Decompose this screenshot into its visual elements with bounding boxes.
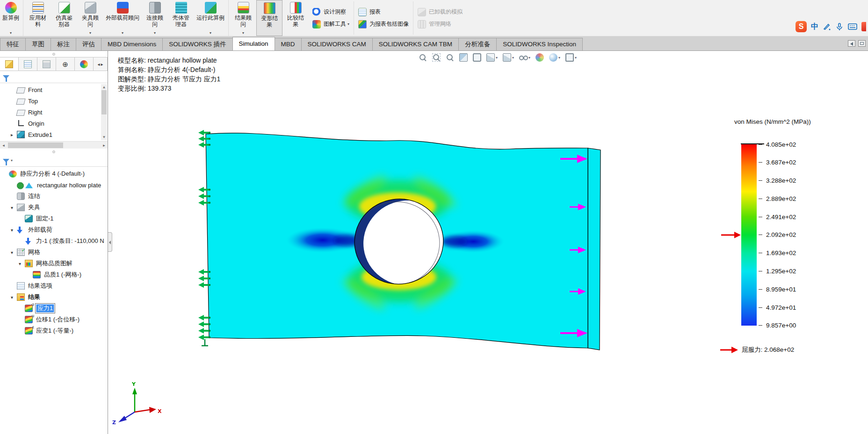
filter-caret-icon[interactable]: ▾ <box>11 158 13 163</box>
heads-up-button[interactable] <box>459 53 468 62</box>
ribbon-tab[interactable]: MBD <box>275 38 302 50</box>
scroll-left-icon[interactable]: ◂ <box>0 143 7 148</box>
ribbon-tab[interactable]: 特征 <box>0 38 26 50</box>
dropdown-caret-icon[interactable]: ▾ <box>558 56 560 60</box>
ribbon-tab[interactable]: MBD Dimensions <box>101 38 163 50</box>
tree-item[interactable]: 位移1 (-合位移-) <box>0 314 108 325</box>
pin-commandmanager-icon[interactable] <box>858 40 866 47</box>
heads-up-button[interactable]: ▾ <box>503 53 514 62</box>
ribbon-row-button[interactable]: 报表 <box>358 8 409 16</box>
scroll-down-icon[interactable]: ▼ <box>101 134 107 140</box>
ribbon-row-button[interactable]: 设计洞察 <box>312 8 349 16</box>
dropdown-caret-icon[interactable]: ▾ <box>122 31 123 36</box>
tree-item[interactable]: Right <box>0 107 108 118</box>
ime-mic-icon[interactable] <box>835 22 844 31</box>
scroll-left-icon[interactable]: ◂ <box>97 62 100 67</box>
tray-partial-icon[interactable] <box>861 22 866 31</box>
tree-expand-icon[interactable]: ▾ <box>11 205 17 210</box>
ribbon-button[interactable]: 应用材料 <box>25 0 51 36</box>
ribbon-button[interactable]: 壳体管理器 <box>168 0 194 36</box>
ribbon-tab[interactable]: SOLIDWORKS Inspection <box>496 38 583 50</box>
heads-up-button[interactable]: ▾ <box>519 53 530 62</box>
tree-item[interactable]: 品质1 (-网格-) <box>0 269 108 280</box>
graphics-viewport[interactable]: 模型名称: rectangular hollow plate算例名称: 静应力分… <box>108 51 868 434</box>
scrollbar-thumb[interactable] <box>8 142 63 148</box>
tree-expand-icon[interactable]: ▾ <box>11 228 17 233</box>
dropdown-caret-icon[interactable]: ▾ <box>154 31 156 36</box>
ime-language-toggle[interactable]: 中 <box>811 22 818 32</box>
heads-up-button[interactable]: ▾ <box>549 53 560 62</box>
dropdown-caret-icon[interactable]: ▾ <box>575 56 577 60</box>
tree-item[interactable]: 应力1 <box>0 303 108 314</box>
ribbon-row-button[interactable]: 为报表包括图像 <box>358 20 409 28</box>
heads-up-button[interactable] <box>535 53 544 62</box>
panel-splitter[interactable] <box>0 149 108 155</box>
ribbon-tab[interactable]: Simulation <box>232 37 275 50</box>
ribbon-button[interactable]: 外部载荷顾问 ▾ <box>103 0 142 36</box>
scroll-up-icon[interactable]: ▲ <box>101 84 107 90</box>
tree-item[interactable]: Front <box>0 84 108 95</box>
filter-funnel-icon[interactable] <box>3 75 9 79</box>
dropdown-caret-icon[interactable]: ▾ <box>10 31 12 36</box>
collapse-commandmanager-icon[interactable] <box>848 40 855 47</box>
ribbon-tab[interactable]: SOLIDWORKS CAM TBM <box>372 38 459 50</box>
tree-item[interactable]: 应变1 (-等量-) <box>0 325 108 336</box>
ribbon-button[interactable]: 新算例 ▾ <box>0 0 23 36</box>
tree-item[interactable]: 连结 <box>0 191 108 202</box>
heads-up-button[interactable] <box>473 53 481 62</box>
ribbon-tab[interactable]: SOLIDWORKS CAM <box>301 38 373 50</box>
tree-item[interactable]: ▾ 网格 <box>0 247 108 258</box>
scroll-right-icon[interactable]: ▸ <box>101 62 103 67</box>
feature-tree-hscrollbar[interactable]: ◂ ▸ <box>0 141 108 149</box>
legend-color-bar[interactable] <box>741 144 757 326</box>
tab-property-manager[interactable] <box>19 57 37 71</box>
tree-item[interactable]: Origin <box>0 118 108 129</box>
tree-expand-icon[interactable]: ▸ <box>11 132 17 137</box>
dropdown-caret-icon[interactable]: ▾ <box>242 31 244 36</box>
tree-expand-icon[interactable]: ▾ <box>11 250 17 255</box>
ribbon-tab[interactable]: 评估 <box>76 38 101 50</box>
ribbon-button[interactable]: 夹具顾问 ▾ <box>77 0 103 36</box>
ribbon-button[interactable]: 连接顾问 ▾ <box>142 0 168 36</box>
tree-item[interactable]: ▾ 结果 <box>0 292 108 303</box>
tree-item[interactable]: ▾ 夹具 <box>0 202 108 213</box>
ribbon-tab[interactable]: SOLIDWORKS 插件 <box>162 38 232 50</box>
ime-logo-icon[interactable]: S <box>796 21 807 32</box>
tree-expand-icon[interactable]: ▾ <box>19 261 25 266</box>
ribbon-tab[interactable]: 草图 <box>25 38 51 50</box>
tree-item[interactable]: 结果选项 <box>0 280 108 292</box>
heads-up-button[interactable] <box>446 53 454 62</box>
tree-item[interactable]: ▾ 网格品质图解 <box>0 258 108 269</box>
tree-expand-icon[interactable]: ▾ <box>11 295 17 300</box>
ribbon-tab[interactable]: 标注 <box>51 38 76 50</box>
feature-tree-vscrollbar[interactable]: ▲ ▼ <box>101 84 107 140</box>
ribbon-tab[interactable]: 分析准备 <box>458 38 497 50</box>
panel-splitter[interactable] <box>0 51 108 57</box>
ime-pen-icon[interactable] <box>823 22 831 31</box>
dropdown-caret-icon[interactable]: ▾ <box>210 31 211 36</box>
tree-item[interactable]: ▸ Extrude1 <box>0 129 108 140</box>
tab-display-manager[interactable] <box>75 57 94 71</box>
scrollbar-thumb[interactable] <box>101 90 107 114</box>
filter-funnel-icon[interactable] <box>3 159 9 163</box>
tree-item[interactable]: 力-1 (:按条目: -110,000 N <box>0 235 108 247</box>
ribbon-button[interactable]: 变形结果 <box>256 0 282 36</box>
tree-item[interactable]: 固定-1 <box>0 213 108 224</box>
ribbon-button[interactable]: 比较结果 <box>282 0 309 36</box>
dropdown-caret-icon[interactable]: ▾ <box>496 56 498 60</box>
ribbon-row-button[interactable]: 图解工具 ▾ <box>312 20 349 28</box>
dropdown-caret-icon[interactable]: ▾ <box>528 56 530 60</box>
tree-item[interactable]: 静应力分析 4 (-Default-) <box>0 168 108 179</box>
heads-up-button[interactable]: ▾ <box>565 53 577 62</box>
panel-flyout-handle[interactable] <box>108 232 112 252</box>
dropdown-caret-icon[interactable]: ▾ <box>512 56 514 60</box>
tree-item[interactable]: rectangular hollow plate <box>0 179 108 191</box>
ime-keyboard-icon[interactable] <box>848 23 857 30</box>
tree-item[interactable]: ▾ 外部载荷 <box>0 224 108 235</box>
dropdown-caret-icon[interactable]: ▾ <box>89 31 91 36</box>
dropdown-caret-icon[interactable]: ▾ <box>347 22 349 26</box>
tab-configuration-manager[interactable] <box>37 57 56 71</box>
scroll-right-icon[interactable]: ▸ <box>101 143 108 148</box>
heads-up-button[interactable]: ▾ <box>486 53 498 62</box>
ribbon-button[interactable]: 仿真鉴别器 <box>51 0 77 36</box>
